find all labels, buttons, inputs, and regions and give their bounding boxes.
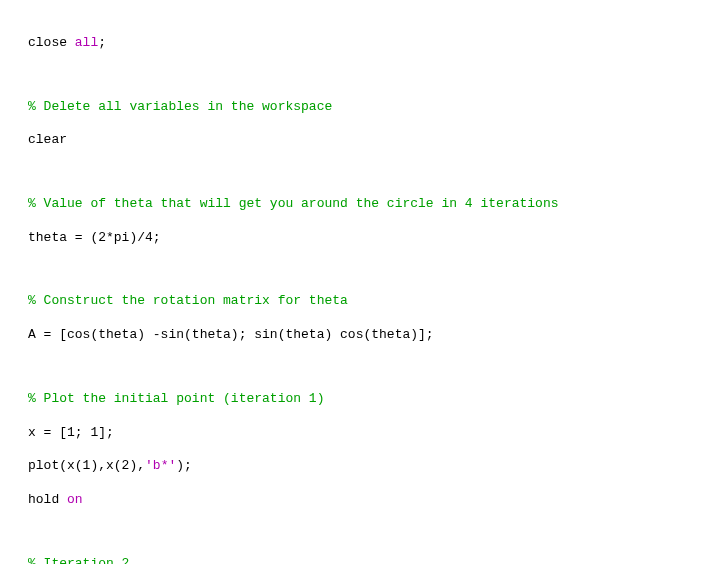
code-line: % Delete all variables in the workspace: [28, 99, 675, 116]
code-comment: % Delete all variables in the workspace: [28, 99, 332, 114]
code-keyword: on: [67, 492, 83, 507]
code-comment: % Construct the rotation matrix for thet…: [28, 293, 348, 308]
code-block: close all; % Delete all variables in the…: [28, 18, 675, 564]
code-line: close all;: [28, 35, 675, 52]
code-line: % Construct the rotation matrix for thet…: [28, 293, 675, 310]
code-line: x = [1; 1];: [28, 425, 675, 442]
code-line: plot(x(1),x(2),'b*');: [28, 458, 675, 475]
code-text: ;: [98, 35, 106, 50]
code-line: clear: [28, 132, 675, 149]
code-line: % Iteration 2: [28, 556, 675, 564]
code-comment: % Iteration 2: [28, 556, 129, 564]
blank-line: [28, 526, 675, 539]
code-comment: % Value of theta that will get you aroun…: [28, 196, 559, 211]
code-text: theta = (2*pi)/4;: [28, 230, 161, 245]
code-text: x = [1; 1];: [28, 425, 114, 440]
code-text: hold: [28, 492, 67, 507]
code-text: clear: [28, 132, 67, 147]
code-line: A = [cos(theta) -sin(theta); sin(theta) …: [28, 327, 675, 344]
code-line: % Plot the initial point (iteration 1): [28, 391, 675, 408]
code-comment: % Plot the initial point (iteration 1): [28, 391, 324, 406]
code-string: 'b*': [145, 458, 176, 473]
blank-line: [28, 69, 675, 82]
blank-line: [28, 264, 675, 277]
code-line: % Value of theta that will get you aroun…: [28, 196, 675, 213]
code-text: );: [176, 458, 192, 473]
code-line: hold on: [28, 492, 675, 509]
code-keyword: all: [75, 35, 98, 50]
code-text: plot(x(1),x(2),: [28, 458, 145, 473]
blank-line: [28, 166, 675, 179]
blank-line: [28, 361, 675, 374]
code-text: close: [28, 35, 75, 50]
code-line: theta = (2*pi)/4;: [28, 230, 675, 247]
code-text: A = [cos(theta) -sin(theta); sin(theta) …: [28, 327, 434, 342]
